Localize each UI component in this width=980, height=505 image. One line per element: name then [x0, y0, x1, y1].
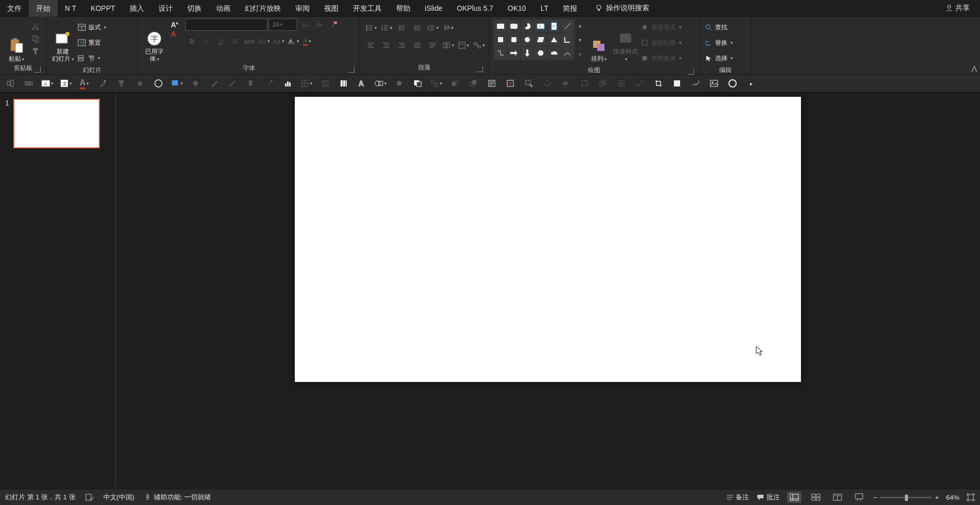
paste-button[interactable]: 粘贴▾ [4, 19, 29, 63]
qat-table-button[interactable]: ▾ [300, 77, 313, 90]
tab-insert[interactable]: 插入 [122, 0, 151, 16]
qat-ring-button[interactable] [726, 77, 739, 90]
qat-merge-button[interactable] [412, 77, 424, 90]
scroll-expand-icon[interactable]: ▿ [575, 47, 584, 61]
qat-wordart-button[interactable]: A [356, 77, 368, 90]
drawing-launcher[interactable] [688, 68, 694, 75]
qat-eyedropper-button[interactable] [97, 77, 109, 90]
scroll-down-icon[interactable]: ▾ [575, 33, 584, 46]
italic-button[interactable]: I [200, 35, 213, 47]
font-size-input[interactable] [269, 19, 297, 31]
char-spacing-button[interactable]: AV▾ [257, 35, 271, 47]
zoom-slider[interactable]: − + [874, 494, 939, 501]
spellcheck-icon[interactable] [85, 493, 94, 501]
qat-grid-button[interactable] [319, 77, 331, 90]
notes-button[interactable]: 备注 [726, 493, 749, 502]
font-launcher[interactable] [348, 66, 354, 73]
shape-curve-icon[interactable] [561, 47, 574, 59]
tab-nt[interactable]: N T [58, 0, 83, 16]
shape-downarrow-icon[interactable] [521, 47, 533, 59]
zoom-track[interactable] [880, 497, 932, 498]
align-right-button[interactable] [395, 39, 408, 51]
tab-home[interactable]: 开始 [29, 0, 58, 16]
shape-circle-icon[interactable] [521, 33, 533, 46]
smartart-button[interactable]: ▾ [472, 39, 486, 51]
shape-rounded-icon[interactable] [508, 20, 520, 32]
zoom-level[interactable]: 64% [946, 494, 959, 501]
font-name-input[interactable] [185, 19, 268, 31]
font-increase-icon[interactable]: A▴ [171, 21, 178, 29]
qat-shapefill-button[interactable] [189, 77, 202, 90]
bullets-button[interactable]: ▾ [364, 22, 378, 34]
shape-hexagon-icon[interactable] [534, 47, 547, 59]
shape-outline-button[interactable]: 形状轮廓▾ [640, 36, 682, 49]
tab-brief[interactable]: 简报 [556, 0, 584, 16]
thumbnail-row[interactable]: 1 [5, 99, 110, 148]
slide-canvas-area[interactable] [116, 93, 980, 490]
shape-textbox-icon[interactable]: A [534, 20, 547, 32]
zoom-thumb[interactable] [905, 495, 908, 501]
qat-text-button[interactable]: 文▾ [60, 77, 72, 90]
font-color-sample-icon[interactable]: A [171, 30, 178, 38]
tab-islide[interactable]: iSlide [418, 0, 450, 16]
qat-flip-button[interactable] [560, 77, 572, 90]
qat-select-button[interactable] [523, 77, 535, 90]
collapse-ribbon-button[interactable]: ⋀ [972, 65, 977, 72]
shape-line-icon[interactable] [561, 20, 574, 32]
qat-fill-button[interactable] [671, 77, 683, 90]
tell-me-search[interactable]: 操作说明搜索 [595, 4, 649, 13]
shape-parallel-icon[interactable] [534, 33, 547, 46]
qat-effects-button[interactable] [393, 77, 405, 90]
qat-fontcolor-button[interactable]: A▾ [78, 77, 91, 90]
replace-button[interactable]: abac替换▾ [704, 36, 733, 49]
qat-fillcolor-button[interactable]: ▾ [171, 77, 183, 90]
shape-pie-icon[interactable] [521, 20, 533, 32]
gallery-scroll[interactable]: ▴ ▾ ▿ [575, 19, 584, 61]
shape-effects-button[interactable]: 形状效果▾ [640, 51, 682, 65]
text-direction-button[interactable]: ‖A▾ [441, 22, 455, 34]
tab-lt[interactable]: LT [533, 0, 556, 16]
qat-columns-button[interactable] [337, 77, 350, 90]
qat-rotate-button[interactable] [541, 77, 554, 90]
qat-picture-button[interactable] [708, 77, 720, 90]
qat-resize-button[interactable] [634, 77, 646, 90]
shape-connector-icon[interactable] [494, 47, 507, 59]
underline-button[interactable]: U [214, 35, 227, 47]
clipboard-launcher[interactable] [34, 66, 41, 73]
qat-pen-button[interactable] [208, 77, 220, 90]
qat-sendback-button[interactable] [467, 77, 479, 90]
thumbnail-pane[interactable]: 1 [0, 93, 116, 490]
strike-button[interactable]: abc [243, 35, 256, 47]
qat-chart-button[interactable] [282, 77, 294, 90]
highlight-button[interactable]: ▾ [286, 35, 299, 47]
shape-vtext-icon[interactable]: A [548, 20, 560, 32]
slide-canvas[interactable] [295, 97, 801, 382]
line-spacing-button[interactable]: ▾ [426, 22, 439, 34]
align-center-button[interactable] [380, 39, 393, 51]
qat-bringfront-button[interactable] [449, 77, 461, 90]
qat-size-button[interactable] [597, 77, 609, 90]
new-slide-button[interactable]: 新建 幻灯片▾ [50, 19, 75, 63]
comments-button[interactable]: 批注 [756, 493, 780, 502]
slide-counter[interactable]: 幻灯片 第 1 张，共 1 张 [5, 493, 76, 502]
reading-view-button[interactable] [830, 492, 845, 503]
format-painter-button[interactable] [31, 46, 40, 56]
columns-button[interactable]: ▾ [441, 39, 455, 51]
align-text-button[interactable]: ▾ [457, 39, 470, 51]
font-color-button[interactable]: A▾ [300, 35, 314, 47]
qat-position-button[interactable] [615, 77, 628, 90]
qat-highlighter-button[interactable] [245, 77, 257, 90]
tab-animation[interactable]: 动画 [209, 0, 238, 16]
align-left-button[interactable] [364, 39, 378, 51]
qat-star-button[interactable] [134, 77, 146, 90]
tab-koppt[interactable]: KOPPT [83, 0, 122, 16]
shapes-gallery[interactable]: A A [493, 19, 575, 61]
used-font-button[interactable]: 字 已用字 体▾ [142, 19, 167, 63]
paragraph-launcher[interactable] [477, 66, 483, 72]
indent-decrease-button[interactable] [395, 22, 408, 34]
shape-cloud-icon[interactable] [548, 47, 560, 59]
section-button[interactable]: 节▾ [77, 51, 106, 65]
shape-arrow-icon[interactable] [508, 47, 520, 59]
clear-format-button[interactable] [327, 19, 341, 31]
indent-increase-button[interactable] [411, 22, 424, 34]
